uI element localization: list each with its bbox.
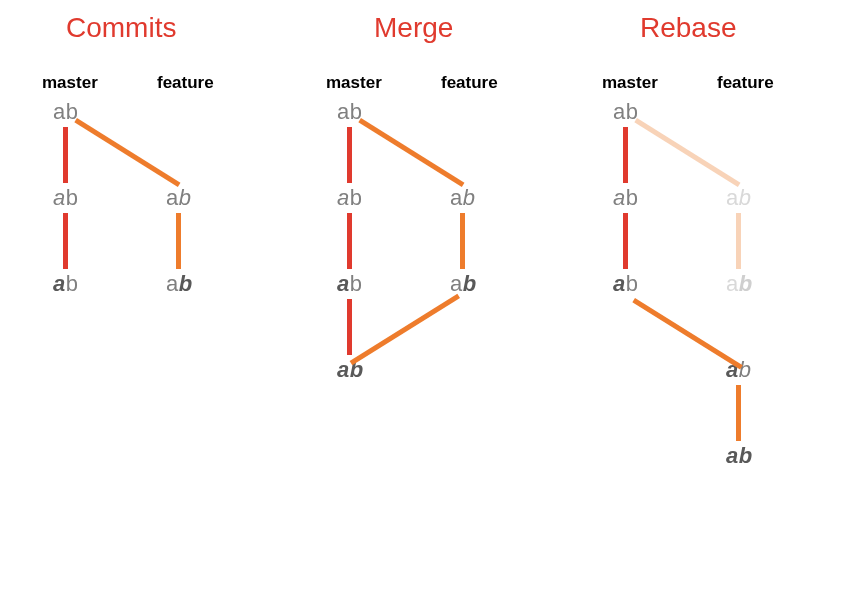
commits-feature-label: feature [157, 73, 214, 93]
commit-master-2: ab [53, 185, 79, 211]
rebase-master-2: ab [613, 185, 639, 211]
commits-line-master-2 [63, 213, 68, 269]
commit-master-3: ab [53, 271, 79, 297]
rebase-line-master-2 [623, 213, 628, 269]
rebase-master-3: ab [613, 271, 639, 297]
commits-line-branchoff [74, 118, 180, 187]
title-merge: Merge [374, 12, 453, 44]
merge-line-branchoff [358, 118, 464, 187]
rebase-feature-new-2: ab [726, 443, 753, 469]
merge-line-master-3 [347, 299, 352, 355]
title-rebase: Rebase [640, 12, 737, 44]
commits-master-label: master [42, 73, 98, 93]
merge-master-label: master [326, 73, 382, 93]
merge-line-master-2 [347, 213, 352, 269]
rebase-feature-old-2: ab [726, 271, 753, 297]
merge-line-feature-1 [460, 213, 465, 269]
merge-line-master-1 [347, 127, 352, 183]
commits-line-master-1 [63, 127, 68, 183]
rebase-line-master-1 [623, 127, 628, 183]
rebase-feature-old-1: ab [726, 185, 752, 211]
commits-line-feature-1 [176, 213, 181, 269]
commit-feature-2: ab [166, 271, 193, 297]
rebase-line-new-feature [736, 385, 741, 441]
rebase-line-new-branchoff [632, 298, 742, 370]
merge-master-2: ab [337, 185, 363, 211]
merge-line-mergeback [350, 294, 460, 366]
title-commits: Commits [66, 12, 176, 44]
merge-feature-label: feature [441, 73, 498, 93]
rebase-line-old-branchoff [634, 118, 740, 187]
merge-feature-2: ab [450, 271, 477, 297]
merge-feature-1: ab [450, 185, 476, 211]
rebase-master-label: master [602, 73, 658, 93]
rebase-line-old-feature [736, 213, 741, 269]
diagram-stage: Commits Merge Rebase master feature ab a… [0, 0, 855, 606]
rebase-feature-label: feature [717, 73, 774, 93]
commit-feature-1: ab [166, 185, 192, 211]
merge-master-3: ab [337, 271, 363, 297]
